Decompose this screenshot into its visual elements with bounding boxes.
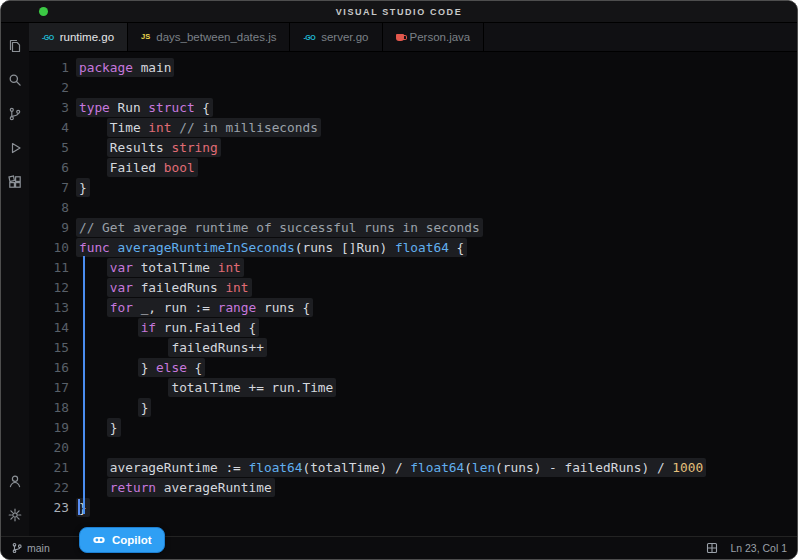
code-line[interactable]: 22 return averageRuntime xyxy=(29,478,797,498)
code-line[interactable]: 10func averageRuntimeInSeconds(runs []Ru… xyxy=(29,238,797,258)
code-line[interactable]: 3type Run struct { xyxy=(29,98,797,118)
code-line[interactable]: 8 xyxy=(29,198,797,218)
tab-days-between-dates-js[interactable]: JS days_between_dates.js xyxy=(128,23,290,51)
line-number: 9 xyxy=(29,218,69,238)
code-line[interactable]: 18 } xyxy=(29,398,797,418)
files-icon xyxy=(7,38,23,54)
js-file-icon: JS xyxy=(141,33,150,41)
code-line[interactable]: 7} xyxy=(29,178,797,198)
branch-indicator[interactable]: main xyxy=(11,542,50,554)
activity-run-debug[interactable] xyxy=(1,131,29,165)
code-line-text xyxy=(69,78,79,98)
code-line-text: failedRuns++ xyxy=(69,338,264,358)
code-line[interactable]: 12 var failedRuns int xyxy=(29,278,797,298)
code-line-text: return averageRuntime xyxy=(69,478,272,498)
copilot-icon xyxy=(92,533,106,547)
text-cursor xyxy=(78,499,80,515)
cursor-position-label: Ln 23, Col 1 xyxy=(730,542,787,554)
code-line-text: Failed bool xyxy=(69,158,195,178)
code-line[interactable]: 17 totalTime += run.Time xyxy=(29,378,797,398)
line-number: 7 xyxy=(29,178,69,198)
code-line-text: for _, run := range runs { xyxy=(69,298,310,318)
line-number: 4 xyxy=(29,118,69,138)
code-line-text xyxy=(69,198,79,218)
code-line-text: var totalTime int xyxy=(69,258,241,278)
line-number: 14 xyxy=(29,318,69,338)
line-number: 20 xyxy=(29,438,69,458)
activity-source-control[interactable] xyxy=(1,97,29,131)
activity-explorer[interactable] xyxy=(1,29,29,63)
code-editor[interactable]: 1package main23type Run struct {4 Time i… xyxy=(29,52,797,536)
code-line[interactable]: 9// Get average runtime of successful ru… xyxy=(29,218,797,238)
code-line[interactable]: 1package main xyxy=(29,58,797,78)
code-line-text xyxy=(69,438,79,458)
code-line-text: } else { xyxy=(69,358,202,378)
code-line[interactable]: 5 Results string xyxy=(29,138,797,158)
run-icon xyxy=(7,140,23,156)
line-number: 23 xyxy=(29,498,69,518)
title-bar: Visual Studio Code xyxy=(1,1,797,23)
copilot-label: Copilot xyxy=(112,534,152,546)
code-line[interactable]: 2 xyxy=(29,78,797,98)
code-line-text: var failedRuns int xyxy=(69,278,249,298)
git-branch-icon xyxy=(11,542,23,554)
code-line[interactable]: 11 var totalTime int xyxy=(29,258,797,278)
tab-label: Person.java xyxy=(410,31,471,43)
activity-settings[interactable] xyxy=(1,498,29,532)
editor-layout-icon xyxy=(706,542,718,554)
code-line[interactable]: 6 Failed bool xyxy=(29,158,797,178)
window-title: Visual Studio Code xyxy=(336,7,463,17)
code-line-text: } xyxy=(69,178,87,198)
tab-label: runtime.go xyxy=(60,31,114,43)
code-line[interactable]: 23} xyxy=(29,498,797,518)
line-number: 1 xyxy=(29,58,69,78)
code-line[interactable]: 20 xyxy=(29,438,797,458)
line-number: 10 xyxy=(29,238,69,258)
line-number: 2 xyxy=(29,78,69,98)
tab-bar: -GO runtime.go JS days_between_dates.js … xyxy=(29,23,797,52)
code-line-text: } xyxy=(69,418,118,438)
activity-bar xyxy=(1,23,29,536)
code-lines: 1package main23type Run struct {4 Time i… xyxy=(29,58,797,518)
line-number: 12 xyxy=(29,278,69,298)
activity-extensions[interactable] xyxy=(1,165,29,199)
git-branch-icon xyxy=(7,106,23,122)
vscode-window: Visual Studio Code xyxy=(0,0,798,560)
code-line[interactable]: 13 for _, run := range runs { xyxy=(29,298,797,318)
code-line[interactable]: 21 averageRuntime := float64(totalTime) … xyxy=(29,458,797,478)
code-line-text: Results string xyxy=(69,138,218,158)
tab-server-go[interactable]: -GO server.go xyxy=(290,23,382,51)
tab-label: days_between_dates.js xyxy=(156,31,276,43)
search-icon xyxy=(7,72,23,88)
code-line[interactable]: 4 Time int // in milliseconds xyxy=(29,118,797,138)
cursor-position[interactable]: Ln 23, Col 1 xyxy=(730,542,787,554)
line-number: 8 xyxy=(29,198,69,218)
line-number: 13 xyxy=(29,298,69,318)
line-number: 22 xyxy=(29,478,69,498)
branch-label: main xyxy=(27,542,50,554)
window-control-green[interactable] xyxy=(39,7,48,16)
tab-label: server.go xyxy=(321,31,368,43)
line-number: 21 xyxy=(29,458,69,478)
code-line-text: func averageRuntimeInSeconds(runs []Run)… xyxy=(69,238,464,258)
code-line[interactable]: 16 } else { xyxy=(29,358,797,378)
code-line-text: } xyxy=(69,398,148,418)
java-file-icon xyxy=(396,34,404,41)
code-line-text: averageRuntime := float64(totalTime) / f… xyxy=(69,458,703,478)
activity-account[interactable] xyxy=(1,464,29,498)
line-number: 18 xyxy=(29,398,69,418)
code-line[interactable]: 19 } xyxy=(29,418,797,438)
line-number: 19 xyxy=(29,418,69,438)
go-file-icon: -GO xyxy=(42,34,54,41)
code-line[interactable]: 15 failedRuns++ xyxy=(29,338,797,358)
go-file-icon: -GO xyxy=(303,34,315,41)
copilot-button[interactable]: Copilot xyxy=(79,527,165,553)
code-line-text: if run.Failed { xyxy=(69,318,256,338)
tab-person-java[interactable]: Person.java xyxy=(383,23,485,51)
tab-runtime-go[interactable]: -GO runtime.go xyxy=(29,23,128,51)
activity-search[interactable] xyxy=(1,63,29,97)
code-line-text: package main xyxy=(69,58,171,78)
code-line[interactable]: 14 if run.Failed { xyxy=(29,318,797,338)
line-number: 5 xyxy=(29,138,69,158)
editor-layout-button[interactable] xyxy=(706,542,718,554)
